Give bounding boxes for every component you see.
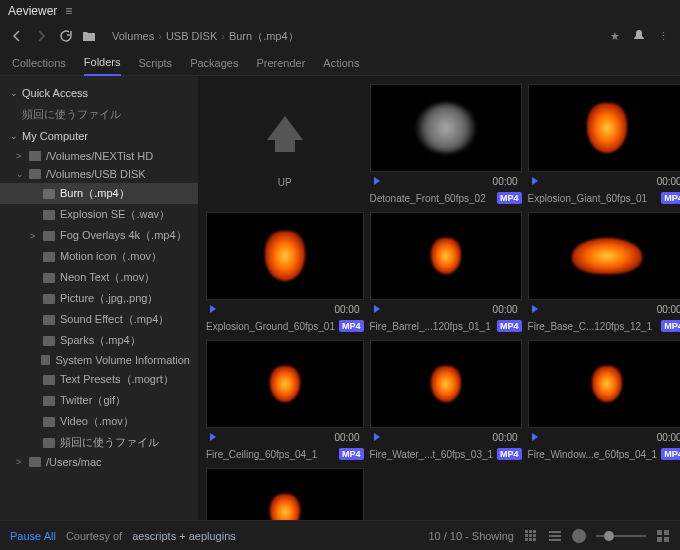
tree-item[interactable]: Neon Text（.mov） — [0, 267, 198, 288]
time-label: 00:00 — [493, 432, 518, 443]
video-thumb[interactable] — [206, 468, 364, 520]
tree-label: System Volume Information — [55, 354, 190, 366]
breadcrumb: Volumes › USB DISK › Burn（.mp4） — [112, 29, 299, 44]
up-thumb[interactable] — [206, 84, 364, 172]
tree-item[interactable]: Twitter（gif） — [0, 390, 198, 411]
star-icon[interactable]: ★ — [606, 27, 624, 45]
tree-item[interactable]: Explosion SE（.wav） — [0, 204, 198, 225]
video-tile[interactable]: 00:00Explosion_Ground_60fps_01MP4 — [206, 212, 364, 334]
video-tile[interactable]: 00:00Fire_Window...e_60fps_04_1MP4 — [528, 340, 680, 462]
view-grid-large-icon[interactable] — [656, 529, 670, 543]
tree-item[interactable]: Picture（.jpg,.png） — [0, 288, 198, 309]
section-quick-access[interactable]: ⌄ Quick Access — [0, 82, 198, 104]
tree-item[interactable]: Motion icon（.mov） — [0, 246, 198, 267]
zoom-knob[interactable] — [572, 529, 586, 543]
chevron-down-icon: ⌄ — [10, 88, 18, 98]
video-thumb[interactable] — [528, 84, 680, 172]
folder-icon — [29, 151, 41, 161]
folder-icon — [43, 315, 55, 325]
file-name: Fire_Base_C...120fps_12_1 — [528, 321, 658, 332]
video-thumb[interactable] — [370, 212, 522, 300]
video-tile[interactable]: 00:00Fire_Window...r_60fps_04_1MP4 — [206, 468, 364, 520]
svg-rect-3 — [525, 534, 528, 537]
svg-rect-13 — [664, 530, 669, 535]
breadcrumb-item[interactable]: Volumes — [112, 30, 154, 42]
folder-icon — [43, 336, 55, 346]
tree-item[interactable]: Burn（.mp4） — [0, 183, 198, 204]
folder-icon — [43, 294, 55, 304]
play-bar[interactable]: 00:00 — [528, 174, 680, 188]
play-icon[interactable] — [374, 177, 380, 185]
tree-item[interactable]: 頻回に使うファイル — [0, 432, 198, 453]
video-tile[interactable]: 00:00Fire_Base_C...120fps_12_1MP4 — [528, 212, 680, 334]
video-thumb[interactable] — [528, 212, 680, 300]
tree-item[interactable]: Sparks（.mp4） — [0, 330, 198, 351]
tab-scripts[interactable]: Scripts — [139, 57, 173, 75]
tree-label: Sparks（.mp4） — [60, 333, 141, 348]
view-list-icon[interactable] — [548, 529, 562, 543]
play-bar[interactable]: 00:00 — [206, 302, 364, 316]
time-label: 00:00 — [657, 176, 680, 187]
format-badge: MP4 — [661, 320, 680, 332]
tree-item[interactable]: System Volume Information — [0, 351, 198, 369]
play-icon[interactable] — [210, 305, 216, 313]
tab-collections[interactable]: Collections — [12, 57, 66, 75]
play-icon[interactable] — [532, 433, 538, 441]
back-button[interactable] — [8, 27, 26, 45]
tree-item[interactable]: ⌄/Volumes/USB DISK — [0, 165, 198, 183]
tile-label: UP — [206, 177, 364, 188]
tree-item[interactable]: >Fog Overlays 4k（.mp4） — [0, 225, 198, 246]
tree-item[interactable]: Video（.mov） — [0, 411, 198, 432]
play-icon[interactable] — [374, 433, 380, 441]
pause-all-button[interactable]: Pause All — [10, 530, 56, 542]
tab-prerender[interactable]: Prerender — [256, 57, 305, 75]
folder-icon[interactable] — [80, 27, 98, 45]
video-thumb[interactable] — [206, 340, 364, 428]
forward-button[interactable] — [32, 27, 50, 45]
play-bar[interactable]: 00:00 — [528, 430, 680, 444]
view-grid-small-icon[interactable] — [524, 529, 538, 543]
video-thumb[interactable] — [528, 340, 680, 428]
video-tile[interactable]: 00:00Detonate_Front_60fps_02MP4 — [370, 84, 522, 206]
quick-access-sub[interactable]: 頻回に使うファイル — [0, 104, 198, 125]
tree-item[interactable]: >/Users/mac — [0, 453, 198, 471]
play-bar[interactable]: 00:00 — [370, 430, 522, 444]
bell-icon[interactable] — [630, 27, 648, 45]
tree-item[interactable]: Text Presets（.mogrt） — [0, 369, 198, 390]
video-tile[interactable]: 00:00Fire_Ceiling_60fps_04_1MP4 — [206, 340, 364, 462]
format-badge: MP4 — [497, 320, 522, 332]
tree-item[interactable]: Sound Effect（.mp4） — [0, 309, 198, 330]
brand-label[interactable]: aescripts + aeplugins — [132, 530, 236, 542]
zoom-slider[interactable] — [596, 535, 646, 537]
play-icon[interactable] — [532, 177, 538, 185]
video-thumb[interactable] — [370, 84, 522, 172]
breadcrumb-item[interactable]: Burn（.mp4） — [229, 29, 299, 44]
section-my-computer[interactable]: ⌄ My Computer — [0, 125, 198, 147]
play-bar[interactable]: 00:00 — [206, 430, 364, 444]
chevron-right-icon: › — [221, 30, 225, 42]
tab-actions[interactable]: Actions — [323, 57, 359, 75]
tree-item[interactable]: >/Volumes/NEXTist HD — [0, 147, 198, 165]
tab-packages[interactable]: Packages — [190, 57, 238, 75]
video-tile[interactable]: 00:00Fire_Barrel_...120fps_01_1MP4 — [370, 212, 522, 334]
breadcrumb-item[interactable]: USB DISK — [166, 30, 217, 42]
video-thumb[interactable] — [206, 212, 364, 300]
up-tile[interactable]: UP — [206, 84, 364, 206]
hamburger-icon[interactable]: ≡ — [65, 4, 72, 18]
video-tile[interactable]: 00:00Fire_Water_...t_60fps_03_1MP4 — [370, 340, 522, 462]
video-tile[interactable]: 00:00Explosion_Giant_60fps_01MP4 — [528, 84, 680, 206]
play-bar[interactable]: 00:00 — [370, 302, 522, 316]
play-bar[interactable]: 00:00 — [528, 302, 680, 316]
tree-label: /Volumes/NEXTist HD — [46, 150, 153, 162]
format-badge: MP4 — [661, 448, 680, 460]
video-thumb[interactable] — [370, 340, 522, 428]
play-icon[interactable] — [532, 305, 538, 313]
play-icon[interactable] — [374, 305, 380, 313]
tree-label: /Volumes/USB DISK — [46, 168, 146, 180]
tab-folders[interactable]: Folders — [84, 56, 121, 76]
more-icon[interactable]: ⋮ — [654, 27, 672, 45]
play-bar[interactable]: 00:00 — [370, 174, 522, 188]
play-icon[interactable] — [210, 433, 216, 441]
courtesy-label: Courtesy of — [66, 530, 122, 542]
refresh-button[interactable] — [56, 27, 74, 45]
